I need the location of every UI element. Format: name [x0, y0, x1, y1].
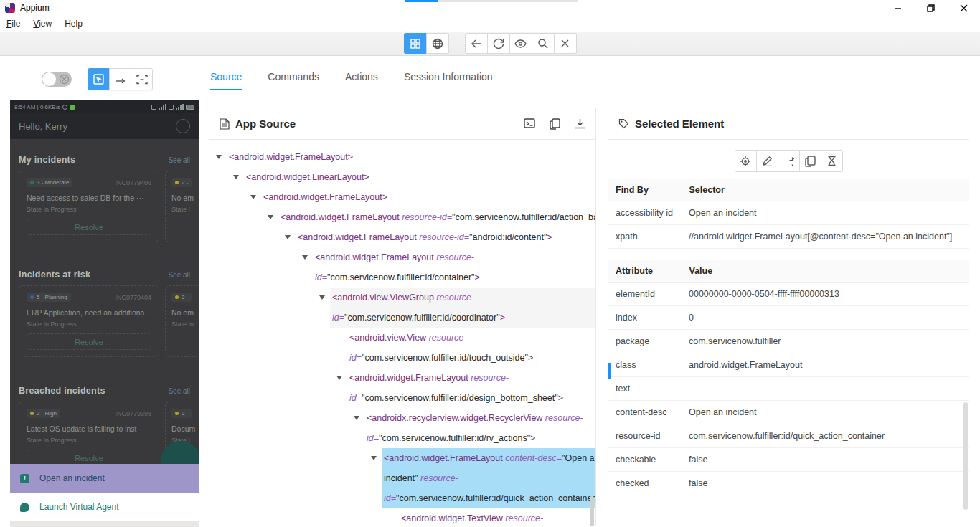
selected-element-panel: Selected Element Find BySelectoraccessib…: [608, 108, 969, 526]
tree-node-label: <android.widget.FrameLayout content-desc…: [382, 448, 595, 508]
see-all-link[interactable]: See all: [168, 387, 190, 395]
sheet-item-label: Open an incident: [39, 473, 105, 483]
tab-source[interactable]: Source: [210, 71, 242, 90]
attribute-row: classandroid.widget.FrameLayout: [608, 353, 969, 377]
copy-action-button[interactable]: [799, 150, 821, 172]
window-close-button[interactable]: [947, 0, 980, 16]
globe-icon: [432, 38, 443, 49]
device-screenshot[interactable]: 8:54 AM | 0.6KB/s Hello, Kerry My incide…: [10, 100, 199, 527]
screenshot2-icon: [169, 105, 174, 110]
phone-card-row: 3 - ModerateINC0779406Need access to sal…: [19, 171, 190, 242]
menu-item-file[interactable]: File: [0, 17, 27, 30]
incident-card[interactable]: 5 - PlanningINC0779404ERP Application, n…: [19, 285, 159, 357]
terminal-icon[interactable]: [524, 118, 535, 130]
source-scrollbar[interactable]: [590, 496, 594, 526]
refresh-button[interactable]: [487, 33, 510, 54]
incident-card[interactable]: 3 - ModerateINC0779406Need access to sal…: [19, 171, 159, 242]
table-cell: class: [608, 353, 682, 377]
tab-commands[interactable]: Commands: [268, 71, 319, 90]
caret-down-icon[interactable]: [371, 456, 377, 460]
incident-icon: !: [20, 474, 29, 483]
swipe-tool-button[interactable]: [109, 68, 131, 90]
menu-item-help[interactable]: Help: [58, 17, 89, 30]
edit-action-button[interactable]: [756, 150, 778, 172]
incident-card-partial[interactable]: 2 - No emState I: [165, 171, 199, 242]
incident-card-partial[interactable]: 2 - No emState In: [165, 285, 199, 357]
tree-node[interactable]: <android.widget.TextView resource-id="co…: [215, 508, 595, 526]
window-controls: [881, 0, 980, 16]
undo-action-button[interactable]: [778, 150, 800, 172]
resolve-button[interactable]: Resolve: [27, 333, 151, 350]
hourglass-action-button[interactable]: [821, 150, 843, 172]
menu-item-view[interactable]: View: [27, 17, 58, 30]
selected-panel-scrollbar[interactable]: [963, 402, 968, 510]
close-button[interactable]: [554, 33, 577, 54]
xml-attr-eq: =: [357, 393, 362, 403]
pointer-tool-button[interactable]: [88, 68, 110, 90]
tree-node[interactable]: <android.widget.FrameLayout>: [215, 147, 595, 167]
inspector-tabs: SourceCommandsActionsSession Information: [210, 71, 493, 90]
tree-node-label: <android.view.View resource-id="com.serv…: [347, 328, 595, 368]
caret-down-icon[interactable]: [285, 235, 291, 239]
caret-down-icon[interactable]: [233, 175, 239, 179]
crosshair-action-button[interactable]: [735, 150, 757, 172]
priority-dot-icon: [30, 181, 34, 184]
see-all-link[interactable]: See all: [168, 156, 190, 164]
caret-down-icon[interactable]: [268, 215, 273, 219]
incident-card[interactable]: 2 - HighINC0779398Latest OS update is fa…: [19, 402, 159, 473]
eye-button[interactable]: [509, 33, 532, 54]
file-icon: [220, 118, 230, 130]
caret-down-icon[interactable]: [336, 376, 342, 380]
copy-icon: [805, 156, 816, 167]
frame-tool-button[interactable]: [131, 68, 153, 90]
tree-node[interactable]: <android.view.ViewGroup resource-id="com…: [215, 288, 595, 328]
copy-icon[interactable]: [550, 118, 560, 130]
tree-node[interactable]: <android.widget.FrameLayout content-desc…: [215, 448, 595, 508]
xml-tag: <android.view.View: [349, 333, 426, 343]
search-button[interactable]: [532, 33, 555, 54]
tree-node[interactable]: <androidx.recyclerview.widget.RecyclerVi…: [215, 408, 595, 448]
download-icon[interactable]: [575, 118, 585, 130]
window-minimize-button[interactable]: [881, 0, 914, 16]
back-button[interactable]: [465, 33, 488, 54]
grid-mode-button[interactable]: [404, 33, 427, 54]
caret-down-icon[interactable]: [216, 155, 222, 159]
battery-icon: [186, 105, 194, 110]
resolve-button[interactable]: Resolve: [27, 219, 151, 235]
xml-tag-close: >: [530, 433, 535, 443]
tree-node[interactable]: <android.widget.FrameLayout resource-id=…: [215, 368, 595, 408]
find-by-row: accessibility idOpen an incident: [608, 201, 969, 225]
element-overlay-toggle[interactable]: [42, 72, 72, 87]
tab-actions[interactable]: Actions: [345, 71, 378, 90]
xml-tag: <android.widget.FrameLayout: [281, 212, 400, 222]
tree-node[interactable]: <android.widget.FrameLayout resource-id=…: [215, 227, 595, 247]
toggle-knob: [42, 72, 56, 86]
see-all-link[interactable]: See all: [168, 271, 190, 279]
table-cell: android.widget.FrameLayout: [682, 353, 969, 377]
sheet-item-open-an-incident[interactable]: !Open an incident: [10, 464, 199, 493]
session-button-group: [465, 33, 577, 54]
tree-node[interactable]: <android.widget.FrameLayout resource-id=…: [215, 207, 595, 227]
tree-node[interactable]: <android.widget.FrameLayout>: [215, 187, 595, 207]
priority-dot-icon: [175, 412, 179, 415]
xml-attr-eq: =: [322, 272, 327, 283]
tree-node[interactable]: <android.view.View resource-id="com.serv…: [215, 328, 595, 368]
caret-down-icon[interactable]: [354, 416, 359, 420]
tab-session-information[interactable]: Session Information: [404, 71, 493, 90]
window-title: Appium: [20, 3, 50, 13]
globe-mode-button[interactable]: [426, 33, 449, 54]
xml-tag-close: >: [528, 353, 533, 363]
table-cell: Open an incident: [682, 201, 969, 225]
tree-node[interactable]: <android.widget.FrameLayout resource-id=…: [215, 247, 595, 288]
xml-tag: <android.widget.FrameLayout: [263, 192, 382, 202]
table-cell: elementId: [608, 283, 682, 306]
xml-attr-value: "com.servicenow.fulfiller:id/quick_actio…: [396, 493, 595, 503]
sheet-item-launch-virtual-agent[interactable]: Launch Virtual Agent: [10, 493, 199, 521]
window-restore-button[interactable]: [914, 0, 947, 16]
caret-down-icon[interactable]: [302, 255, 308, 260]
caret-down-icon[interactable]: [319, 295, 325, 300]
phone-section-title: Breached incidents: [19, 386, 105, 396]
tree-node[interactable]: <android.widget.LinearLayout>: [215, 167, 595, 187]
caret-down-icon[interactable]: [250, 195, 256, 199]
xml-tag: <androidx.recyclerview.widget.RecyclerVi…: [367, 413, 542, 423]
